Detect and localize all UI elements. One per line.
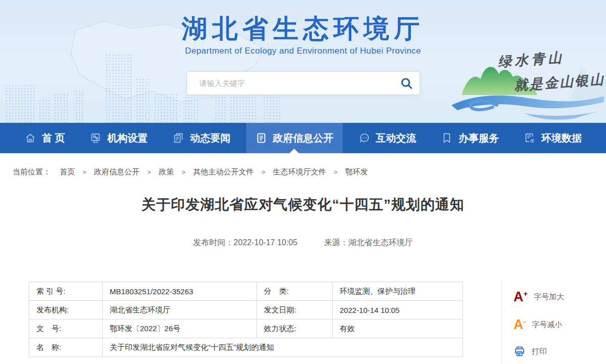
search-box bbox=[187, 71, 420, 95]
home-icon bbox=[24, 132, 36, 144]
main-nav: 首 页 机构设置 动态要闻 政府信息公开 bbox=[0, 123, 606, 153]
info-value: 关于印发湖北省应对气候变化“十四五”规划的通知 bbox=[103, 338, 463, 357]
info-value: 环境监测、保护与治理 bbox=[333, 282, 463, 301]
slogan-line-1: 绿水青山 bbox=[497, 48, 565, 71]
nav-item-services[interactable]: 办事服务 bbox=[432, 123, 508, 153]
document-info-table: 索 引 号: MB1803251/2022-35263 分 类: 环境监测、保护… bbox=[29, 282, 463, 357]
nav-item-label: 办事服务 bbox=[458, 131, 499, 145]
table-row: 名 称: 关于印发湖北省应对气候变化“十四五”规划的通知 bbox=[29, 338, 463, 357]
slogan-line-2: 就是金山银山 bbox=[514, 70, 605, 95]
info-label: 效力状态: bbox=[257, 320, 333, 338]
green-mountains-slogan-decoration: 绿水青山 就是金山银山 bbox=[448, 47, 606, 123]
nav-item-gov-info-disclosure[interactable]: 政府信息公开 bbox=[246, 123, 343, 153]
breadcrumb-separator: > bbox=[82, 168, 86, 176]
news-icon bbox=[172, 132, 184, 144]
source-label: 来源： bbox=[324, 238, 348, 247]
breadcrumb-link[interactable]: 其他主动公开文件 bbox=[193, 167, 254, 176]
nav-item-label: 机构设置 bbox=[107, 131, 148, 145]
font-decrease-label: 字号减小 bbox=[532, 320, 563, 330]
info-value: MB1803251/2022-35263 bbox=[103, 282, 257, 301]
font-increase-button[interactable]: A+ 字号加大 bbox=[514, 290, 588, 304]
breadcrumb-separator: > bbox=[334, 168, 338, 176]
font-increase-label: 字号加大 bbox=[534, 292, 564, 302]
info-value: 鄂环发〔2022〕26号 bbox=[103, 320, 257, 338]
nav-item-label: 互动交流 bbox=[376, 131, 416, 145]
header-branding: 湖北省生态环境厅 Department of Ecology and Envir… bbox=[162, 14, 445, 95]
article-tools-sidebar: A+ 字号加大 A- 字号减小 打印 bbox=[502, 282, 588, 364]
info-label: 分 类: bbox=[257, 282, 333, 301]
site-title: 湖北省生态环境厅 bbox=[162, 14, 445, 42]
org-icon bbox=[89, 132, 102, 144]
nav-item-label: 动态要闻 bbox=[190, 131, 230, 145]
page: 湖北省生态环境厅 Department of Ecology and Envir… bbox=[0, 0, 606, 364]
nav-item-news[interactable]: 动态要闻 bbox=[163, 123, 240, 153]
nav-item-org-setup[interactable]: 机构设置 bbox=[80, 123, 157, 153]
nav-item-interaction[interactable]: 互动交流 bbox=[349, 123, 426, 153]
article-title: 关于印发湖北省应对气候变化“十四五”规划的通知 bbox=[0, 195, 606, 214]
site-header: 湖北省生态环境厅 Department of Ecology and Envir… bbox=[0, 0, 606, 123]
publish-time: 2022-10-17 10:05 bbox=[234, 238, 297, 247]
info-label: 索 引 号: bbox=[29, 282, 103, 301]
table-row: 索 引 号: MB1803251/2022-35263 分 类: 环境监测、保护… bbox=[29, 282, 463, 301]
info-label: 发布机构: bbox=[29, 301, 103, 320]
breadcrumb-link[interactable]: 鄂环发 bbox=[345, 167, 368, 176]
breadcrumb-separator: > bbox=[261, 168, 265, 176]
search-icon bbox=[400, 76, 413, 90]
breadcrumb-link[interactable]: 政策 bbox=[159, 167, 174, 176]
info-label: 名 称: bbox=[29, 338, 103, 357]
print-label: 打印 bbox=[532, 347, 547, 356]
font-decrease-icon: A- bbox=[514, 317, 526, 332]
print-button[interactable]: 打印 bbox=[514, 345, 588, 357]
breadcrumb-link[interactable]: 生态环境厅文件 bbox=[273, 167, 326, 176]
article-meta: 发布时间：2022-10-17 10:05 来源：湖北省生态环境厅 bbox=[0, 238, 606, 248]
document-info-section: 索 引 号: MB1803251/2022-35263 分 类: 环境监测、保护… bbox=[29, 282, 606, 364]
site-subtitle-english: Department of Ecology and Environment of… bbox=[162, 46, 445, 56]
printer-icon bbox=[514, 345, 526, 357]
breadcrumb-label: 当前位置： bbox=[13, 167, 51, 176]
nav-item-env-data[interactable]: 环境数据 bbox=[515, 123, 591, 153]
breadcrumb: 当前位置： 首页 > 政府信息公开 > 政策 > 其他主动公开文件 > 生态环境… bbox=[0, 153, 606, 182]
info-value: 有效 bbox=[333, 320, 463, 338]
breadcrumb-link[interactable]: 首页 bbox=[60, 167, 75, 176]
document-icon bbox=[255, 132, 267, 144]
info-value: 2022-10-14 10:05 bbox=[333, 301, 463, 320]
font-decrease-button[interactable]: A- 字号减小 bbox=[514, 317, 588, 332]
nav-item-label: 环境数据 bbox=[541, 131, 582, 145]
nav-item-label: 首 页 bbox=[42, 131, 65, 145]
source-value: 湖北省生态环境厅 bbox=[348, 238, 413, 247]
chat-bubble-icon bbox=[358, 132, 370, 144]
nav-item-home[interactable]: 首 页 bbox=[15, 123, 74, 153]
breadcrumb-separator: > bbox=[181, 168, 185, 176]
nav-item-label: 政府信息公开 bbox=[273, 131, 334, 145]
table-row: 文 号: 鄂环发〔2022〕26号 效力状态: 有效 bbox=[29, 320, 463, 338]
publish-time-label: 发布时间： bbox=[193, 238, 234, 247]
font-increase-icon: A+ bbox=[514, 290, 528, 304]
breadcrumb-link[interactable]: 政府信息公开 bbox=[94, 167, 139, 176]
search-button[interactable] bbox=[400, 76, 413, 90]
data-chart-icon bbox=[524, 132, 536, 144]
bookmark-icon bbox=[441, 132, 453, 144]
table-row: 发布机构: 湖北省生态环境厅 发文日期: 2022-10-14 10:05 bbox=[29, 301, 463, 320]
info-value: 湖北省生态环境厅 bbox=[103, 301, 257, 320]
breadcrumb-separator: > bbox=[147, 168, 151, 176]
search-input[interactable] bbox=[187, 72, 419, 95]
info-label: 发文日期: bbox=[257, 301, 333, 320]
info-label: 文 号: bbox=[29, 320, 103, 338]
